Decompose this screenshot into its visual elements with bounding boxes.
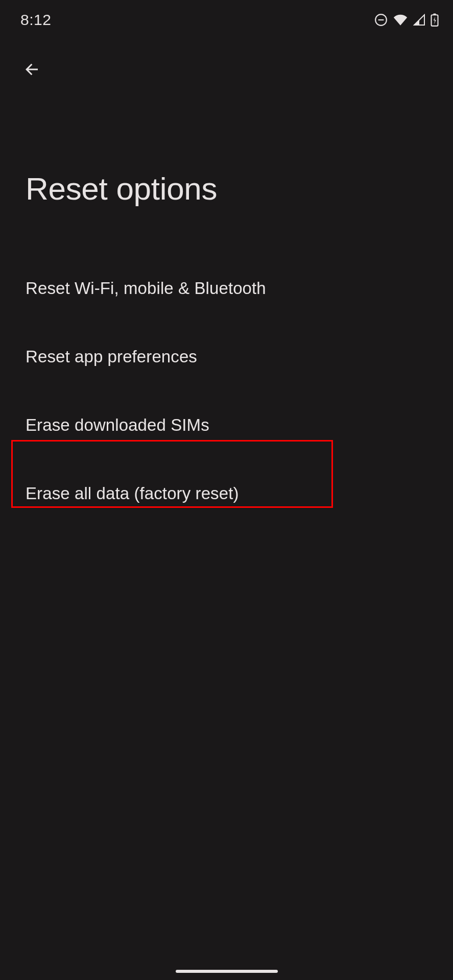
status-bar: 8:12 [0, 0, 453, 33]
back-button[interactable] [16, 55, 47, 85]
reset-options-list: Reset Wi-Fi, mobile & Bluetooth Reset ap… [0, 254, 453, 528]
arrow-back-icon [22, 60, 41, 80]
svg-rect-3 [433, 13, 436, 15]
dnd-icon [374, 13, 388, 27]
reset-app-preferences[interactable]: Reset app preferences [0, 323, 453, 391]
list-item-label: Erase downloaded SIMs [26, 415, 209, 435]
list-item-label: Erase all data (factory reset) [26, 484, 239, 503]
app-bar [0, 33, 453, 85]
cellular-icon [413, 14, 425, 26]
page-title: Reset options [0, 85, 453, 205]
status-icon-tray [374, 13, 439, 27]
erase-all-data-factory-reset[interactable]: Erase all data (factory reset) [0, 459, 453, 528]
reset-wifi-mobile-bluetooth[interactable]: Reset Wi-Fi, mobile & Bluetooth [0, 254, 453, 323]
wifi-icon [393, 14, 408, 26]
navigation-handle[interactable] [176, 970, 278, 973]
list-item-label: Reset Wi-Fi, mobile & Bluetooth [26, 279, 266, 298]
list-item-label: Reset app preferences [26, 347, 197, 366]
battery-charging-icon [431, 13, 439, 27]
erase-downloaded-sims[interactable]: Erase downloaded SIMs [0, 391, 453, 459]
status-time: 8:12 [20, 11, 51, 29]
